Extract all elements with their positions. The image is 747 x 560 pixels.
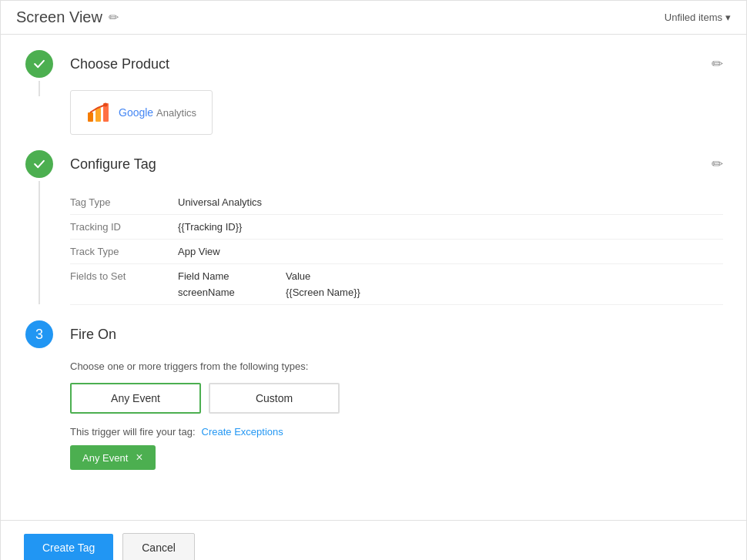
step-3-circle: 3 [25,320,53,348]
create-tag-button[interactable]: Create Tag [24,534,113,560]
product-card[interactable]: Google Analytics [70,90,213,135]
svg-point-5 [32,156,47,172]
config-row-tracking-id: Tracking ID {{Tracking ID}} [70,215,723,240]
unfiled-items-dropdown[interactable]: Unfiled items ▾ [665,12,731,23]
page-container: Screen View ✏ Unfiled items ▾ C [0,0,747,560]
section-3-header: Fire On [70,320,723,348]
top-bar: Screen View ✏ Unfiled items ▾ [1,1,746,35]
section-1-left [24,50,55,96]
create-exceptions-link[interactable]: Create Exceptions [202,426,283,438]
section-choose-product: Choose Product ✏ [24,50,723,135]
configure-tag-title: Configure Tag [70,156,156,173]
ga-logo [86,102,111,123]
section-configure-tag: Configure Tag ✏ Tag Type Universal Analy… [24,150,723,305]
track-type-label: Track Type [70,246,178,257]
product-name-text: Google Analytics [119,106,196,119]
fields-header: Field Name Value [178,270,723,282]
fire-on-section: Choose one or more triggers from the fol… [70,360,723,470]
any-event-tag-label: Any Event [82,452,128,464]
step-2-circle [25,150,53,178]
checkmark-icon [32,56,47,72]
fields-row-0: screenName {{Screen Name}} [178,287,723,298]
section-3-left: 3 [24,320,55,348]
step-2-line [39,181,40,304]
cancel-button[interactable]: Cancel [122,533,195,560]
fields-to-set-label: Fields to Set [70,270,178,282]
section-2-right: Configure Tag ✏ Tag Type Universal Analy… [70,150,723,305]
step-1-line [39,81,40,96]
bottom-actions: Create Tag Cancel [1,520,746,560]
unfiled-items-label: Unfiled items [665,12,722,23]
field-name-col-header: Field Name [178,270,255,282]
fields-table: Field Name Value screenName {{Screen Nam… [178,270,723,298]
config-row-fields-to-set: Fields to Set Field Name Value screenNam… [70,264,723,305]
trigger-buttons-container: Any Event Custom [70,383,723,414]
config-table: Tag Type Universal Analytics Tracking ID… [70,190,723,305]
choose-product-title: Choose Product [70,56,169,72]
section-3-right: Fire On Choose one or more triggers from… [70,320,723,482]
svg-point-0 [32,56,47,72]
tracking-id-value: {{Tracking ID}} [178,221,242,233]
title-edit-icon[interactable]: ✏ [109,10,119,25]
section-fire-on: 3 Fire On Choose one or more triggers fr… [24,320,723,482]
config-row-track-type: Track Type App View [70,240,723,264]
fire-trigger-label-text: This trigger will fire your tag: [70,426,196,438]
active-trigger-tags: Any Event × [70,445,723,470]
tag-type-value: Universal Analytics [178,196,262,208]
section-2-left [24,150,55,304]
tag-type-label: Tag Type [70,196,178,208]
chevron-down-icon: ▾ [725,12,731,23]
trigger-description: Choose one or more triggers from the fol… [70,360,723,372]
any-event-trigger-button[interactable]: Any Event [70,383,201,414]
field-value-0: {{Screen Name}} [286,287,360,298]
step-1-circle [25,50,53,78]
custom-trigger-button[interactable]: Custom [209,383,340,414]
main-content: Choose Product ✏ [1,35,746,560]
step-2-checkmark-icon [32,156,47,172]
google-text: Google [119,106,153,119]
analytics-text: Analytics [156,107,196,119]
fire-on-title: Fire On [70,327,116,343]
field-name-0: screenName [178,287,255,298]
section-1-header: Choose Product ✏ [70,50,723,78]
svg-rect-2 [95,108,101,122]
field-value-col-header: Value [286,270,310,282]
configure-tag-edit-icon[interactable]: ✏ [712,156,723,173]
ga-logo-svg [86,102,111,123]
track-type-value: App View [178,246,220,257]
fire-trigger-label: This trigger will fire your tag: Create … [70,426,723,438]
any-event-tag[interactable]: Any Event × [70,445,156,470]
config-row-tag-type: Tag Type Universal Analytics [70,190,723,215]
page-title-text: Screen View [16,8,102,26]
step-3-number: 3 [35,327,43,343]
page-title: Screen View ✏ [16,8,119,26]
section-1-right: Choose Product ✏ [70,50,723,135]
section-2-header: Configure Tag ✏ [70,150,723,178]
tracking-id-label: Tracking ID [70,221,178,233]
any-event-tag-close-icon[interactable]: × [136,451,142,464]
svg-point-4 [104,103,108,107]
choose-product-edit-icon[interactable]: ✏ [712,55,723,72]
svg-rect-1 [88,112,93,122]
